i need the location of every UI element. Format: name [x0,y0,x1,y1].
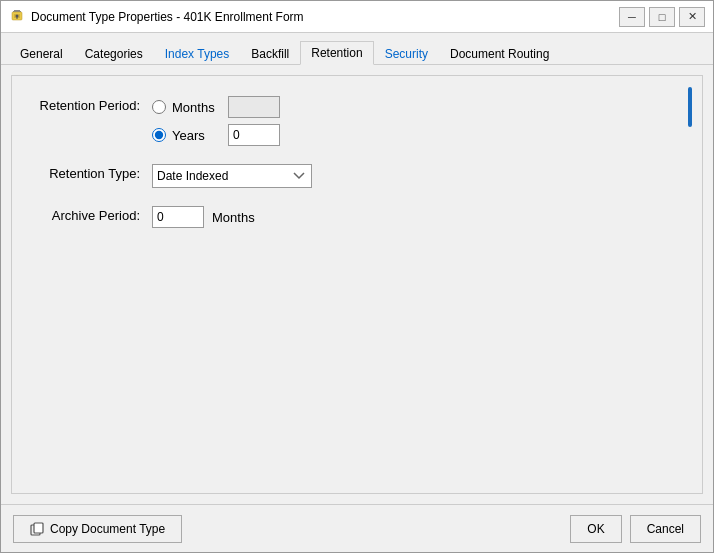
tab-index-types[interactable]: Index Types [154,42,241,65]
cancel-button[interactable]: Cancel [630,515,701,543]
retention-period-controls: Months Years [152,96,280,146]
panel-wrapper: Retention Period: Months Year [11,75,703,494]
scroll-indicator [688,87,692,127]
svg-rect-7 [34,523,43,533]
archive-months-label: Months [212,210,255,225]
tab-general[interactable]: General [9,42,74,65]
retention-type-select[interactable]: Date Indexed Date Created Date Modified … [152,164,312,188]
retention-type-label: Retention Type: [32,164,152,181]
retention-type-row: Retention Type: Date Indexed Date Create… [32,164,682,188]
tab-bar: General Categories Index Types Backfill … [1,33,713,65]
copy-button-label: Copy Document Type [50,522,165,536]
months-radio-row: Months [152,96,280,118]
archive-period-label: Archive Period: [32,206,152,223]
window-title: Document Type Properties - 401K Enrollme… [31,10,619,24]
footer-left: Copy Document Type [13,515,182,543]
minimize-button[interactable]: ─ [619,7,645,27]
ok-button[interactable]: OK [570,515,621,543]
tab-security[interactable]: Security [374,42,439,65]
archive-period-input[interactable] [152,206,204,228]
copy-icon [30,522,44,536]
tab-categories[interactable]: Categories [74,42,154,65]
cancel-button-label: Cancel [647,522,684,536]
svg-rect-5 [17,17,18,19]
content-area: Retention Period: Months Year [1,65,713,504]
main-window: Document Type Properties - 401K Enrollme… [0,0,714,553]
footer-right: OK Cancel [570,515,701,543]
window-icon [9,9,25,25]
months-value-input[interactable] [228,96,280,118]
close-button[interactable]: ✕ [679,7,705,27]
ok-button-label: OK [587,522,604,536]
maximize-button[interactable]: □ [649,7,675,27]
retention-panel: Retention Period: Months Year [11,75,703,494]
footer: Copy Document Type OK Cancel [1,504,713,552]
archive-period-row: Archive Period: Months [32,206,682,228]
tab-document-routing[interactable]: Document Routing [439,42,560,65]
retention-period-row: Retention Period: Months Year [32,96,682,146]
tab-retention[interactable]: Retention [300,41,373,65]
retention-type-control: Date Indexed Date Created Date Modified … [152,164,312,188]
years-radio[interactable] [152,128,166,142]
copy-document-type-button[interactable]: Copy Document Type [13,515,182,543]
months-radio[interactable] [152,100,166,114]
years-radio-label: Years [172,128,222,143]
years-radio-row: Years [152,124,280,146]
archive-period-controls: Months [152,206,255,228]
title-bar: Document Type Properties - 401K Enrollme… [1,1,713,33]
window-controls: ─ □ ✕ [619,7,705,27]
months-radio-label: Months [172,100,222,115]
svg-rect-0 [14,10,20,11]
retention-period-label: Retention Period: [32,96,152,113]
tab-backfill[interactable]: Backfill [240,42,300,65]
years-value-input[interactable] [228,124,280,146]
form-section: Retention Period: Months Year [32,96,682,228]
